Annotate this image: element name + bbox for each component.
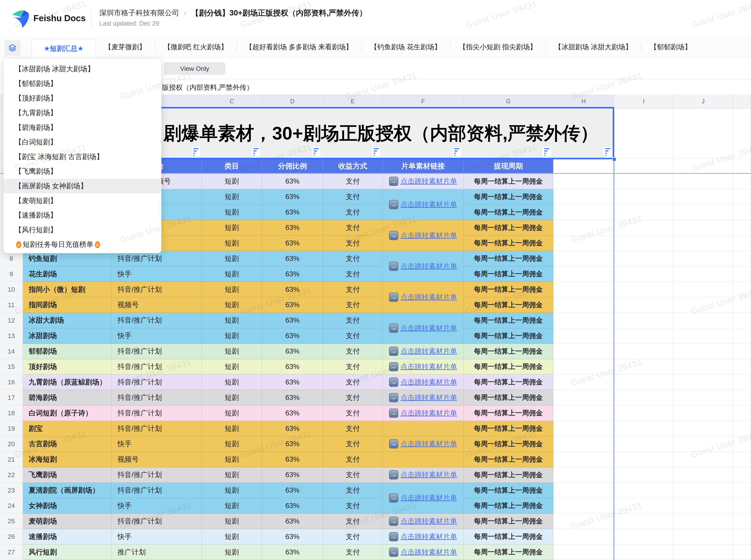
cell-theater-name[interactable]: 九霄剧场（原蓝鲸剧场） bbox=[23, 375, 112, 390]
cell-platform[interactable]: 视频号 bbox=[112, 452, 202, 467]
cell-income[interactable]: 支付 bbox=[323, 344, 383, 359]
cell-cycle[interactable]: 每周一结算上一周佣金 bbox=[464, 174, 553, 189]
dropdown-item-1[interactable]: 【郁郁剧场】 bbox=[4, 76, 161, 91]
cell-category[interactable]: 短剧 bbox=[202, 282, 262, 297]
cell-platform[interactable]: 抖音/推广计划 bbox=[112, 405, 202, 421]
cell-platform[interactable]: 抖音/推广计划 bbox=[112, 359, 202, 375]
cell-theater-name[interactable]: 顶好剧场 bbox=[23, 359, 112, 375]
cell-category[interactable]: 短剧 bbox=[202, 220, 262, 236]
column-letter-C[interactable]: C bbox=[202, 95, 262, 108]
column-letter-E[interactable]: E bbox=[323, 95, 383, 108]
filter-icon[interactable] bbox=[191, 147, 200, 158]
cell-platform[interactable]: 抖音/推广计划 bbox=[112, 483, 202, 498]
cell-cycle[interactable]: 每周一结算上一周佣金 bbox=[464, 436, 553, 452]
cell-category[interactable]: 短剧 bbox=[202, 344, 262, 359]
cell-theater-name[interactable]: 白词短剧（原子诗） bbox=[23, 405, 112, 421]
cell-cycle[interactable]: 每周一结算上一周佣金 bbox=[464, 498, 553, 514]
cell-platform[interactable]: 抖音/推广计划 bbox=[112, 344, 202, 359]
dropdown-item-3[interactable]: 【九霄剧场】 bbox=[4, 106, 161, 120]
cell-theater-name[interactable]: 碧海剧场 bbox=[23, 390, 112, 405]
cell-theater-name[interactable]: 花生剧场 bbox=[23, 266, 112, 282]
cell-commission[interactable]: 63% bbox=[262, 220, 323, 236]
cell-commission[interactable]: 63% bbox=[262, 313, 323, 328]
cell-commission[interactable]: 63% bbox=[262, 436, 323, 452]
cell-commission[interactable]: 63% bbox=[262, 328, 323, 344]
cell-commission[interactable]: 63% bbox=[262, 282, 323, 297]
cell-income[interactable]: 支付 bbox=[323, 220, 383, 236]
cell-cycle[interactable]: 每周一结算上一周佣金 bbox=[464, 467, 553, 483]
material-list-link[interactable]: →点击跳转素材片单 bbox=[389, 362, 457, 372]
cell-category[interactable]: 短剧 bbox=[202, 328, 262, 344]
cell-cycle[interactable]: 每周一结算上一周佣金 bbox=[464, 205, 553, 220]
cell-income[interactable]: 支付 bbox=[323, 436, 383, 452]
column-letter-G[interactable]: G bbox=[464, 95, 553, 108]
filter-icon[interactable] bbox=[312, 147, 321, 158]
cell-category[interactable]: 短剧 bbox=[202, 452, 262, 467]
cell-theater-name[interactable]: 冰甜大剧场 bbox=[23, 313, 112, 328]
column-letter-extra[interactable] bbox=[733, 95, 751, 108]
cell-category[interactable]: 短剧 bbox=[202, 313, 262, 328]
cell-platform[interactable]: 快手 bbox=[112, 266, 202, 282]
cell-income[interactable]: 支付 bbox=[323, 452, 383, 467]
cell-theater-name[interactable]: 剧宝 bbox=[23, 421, 112, 436]
cell-category[interactable]: 短剧 bbox=[202, 421, 262, 436]
cell-category[interactable]: 短剧 bbox=[202, 189, 262, 205]
cell-commission[interactable]: 63% bbox=[262, 251, 323, 266]
cell-income[interactable]: 支付 bbox=[323, 390, 383, 405]
cell-category[interactable]: 短剧 bbox=[202, 297, 262, 313]
cell-platform[interactable]: 抖音/推广计划 bbox=[112, 390, 202, 405]
cell-income[interactable]: 支付 bbox=[323, 189, 383, 205]
cell-category[interactable]: 短剧 bbox=[202, 498, 262, 514]
dropdown-item-5[interactable]: 【白词短剧】 bbox=[4, 135, 161, 149]
cell-commission[interactable]: 63% bbox=[262, 544, 323, 560]
cell-commission[interactable]: 63% bbox=[262, 483, 323, 498]
cell-commission[interactable]: 63% bbox=[262, 174, 323, 189]
dropdown-item-2[interactable]: 【顶好剧场】 bbox=[4, 91, 161, 106]
dropdown-item-9[interactable]: 【麦萌短剧】 bbox=[4, 193, 161, 208]
cell-income[interactable]: 支付 bbox=[323, 174, 383, 189]
cell-category[interactable]: 短剧 bbox=[202, 544, 262, 560]
cell-category[interactable]: 短剧 bbox=[202, 174, 262, 189]
cell-commission[interactable]: 63% bbox=[262, 467, 323, 483]
cell-platform[interactable]: 抖音/推广计划 bbox=[112, 467, 202, 483]
column-letter-H[interactable]: H bbox=[553, 95, 614, 108]
cell-theater-name[interactable]: 飞鹰剧场 bbox=[23, 467, 112, 483]
cell-theater-name[interactable]: 郁郁剧场 bbox=[23, 344, 112, 359]
cell-income[interactable]: 支付 bbox=[323, 544, 383, 560]
cell-income[interactable]: 支付 bbox=[323, 297, 383, 313]
cell-commission[interactable]: 63% bbox=[262, 375, 323, 390]
cell-commission[interactable]: 63% bbox=[262, 189, 323, 205]
cell-category[interactable]: 短剧 bbox=[202, 467, 262, 483]
cell-category[interactable]: 短剧 bbox=[202, 514, 262, 529]
dropdown-item-0[interactable]: 【冰甜剧场 冰甜大剧场】 bbox=[4, 62, 161, 76]
material-list-link[interactable]: →点击跳转素材片单 bbox=[389, 547, 457, 557]
cell-category[interactable]: 短剧 bbox=[202, 236, 262, 251]
dropdown-item-10[interactable]: 【速播剧场】 bbox=[4, 208, 161, 223]
cell-platform[interactable]: 视频号 bbox=[112, 297, 202, 313]
cell-category[interactable]: 短剧 bbox=[202, 483, 262, 498]
cell-commission[interactable]: 63% bbox=[262, 205, 323, 220]
cell-platform[interactable]: 抖音/推广计划 bbox=[112, 375, 202, 390]
column-letter-D[interactable]: D bbox=[262, 95, 323, 108]
cell-commission[interactable]: 63% bbox=[262, 421, 323, 436]
cell-platform[interactable]: 推广计划 bbox=[112, 544, 202, 560]
cell-commission[interactable]: 63% bbox=[262, 236, 323, 251]
cell-category[interactable]: 短剧 bbox=[202, 251, 262, 266]
material-list-link[interactable]: →点击跳转素材片单 bbox=[389, 517, 457, 526]
cell-income[interactable]: 支付 bbox=[323, 266, 383, 282]
cell-cycle[interactable]: 每周一结算上一周佣金 bbox=[464, 282, 553, 297]
cell-cycle[interactable]: 每周一结算上一周佣金 bbox=[464, 220, 553, 236]
cell-category[interactable]: 短剧 bbox=[202, 529, 262, 544]
cell-commission[interactable]: 63% bbox=[262, 529, 323, 544]
material-list-link[interactable]: →点击跳转素材片单 bbox=[389, 231, 457, 240]
material-list-link[interactable]: →点击跳转素材片单 bbox=[389, 439, 457, 449]
cell-income[interactable]: 支付 bbox=[323, 467, 383, 483]
dropdown-item-6[interactable]: 【剧宝 冰海短剧 古言剧场】 bbox=[4, 149, 161, 164]
material-list-link[interactable]: →点击跳转素材片单 bbox=[389, 261, 457, 271]
cell-commission[interactable]: 63% bbox=[262, 390, 323, 405]
cell-commission[interactable]: 63% bbox=[262, 359, 323, 375]
material-list-link[interactable]: →点击跳转素材片单 bbox=[389, 377, 457, 387]
material-list-link[interactable]: →点击跳转素材片单 bbox=[389, 323, 457, 333]
dropdown-item-4[interactable]: 【碧海剧场】 bbox=[4, 120, 161, 135]
cell-cycle[interactable]: 每周一结算上一周佣金 bbox=[464, 529, 553, 544]
